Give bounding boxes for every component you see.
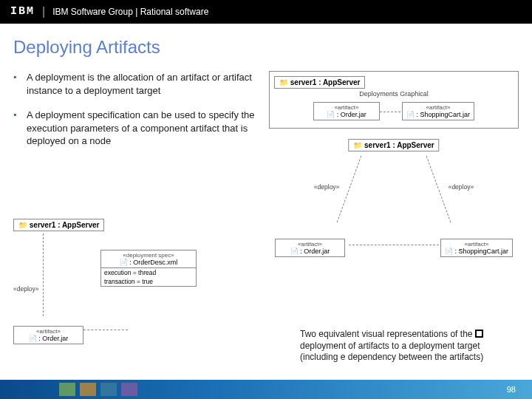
deployment-spec: «deployment spec» 📄 : OrderDesc.xml exec… (100, 250, 197, 287)
caption-pre: Two equivalent visual representations of… (300, 329, 475, 339)
stereotype: «artifact» (445, 241, 508, 248)
caption-text: Two equivalent visual representations of… (300, 329, 514, 364)
stereotype: «artifact» (406, 104, 470, 111)
artifact-name: 📄 : Order.jar (18, 335, 78, 342)
diagram-subtitle: Deployments Graphical (274, 90, 514, 98)
server-node: 📁 server1 : AppServer (348, 139, 439, 151)
artifact-box: «artifact» 📄 : Order.jar (275, 239, 345, 257)
deploy-label: «deploy» (449, 183, 474, 191)
artifact-pair: «artifact» 📄 : Order.jar «artifact» 📄 : … (274, 102, 514, 120)
stereotype: «artifact» (18, 328, 78, 335)
artifact-name: 📄 : ShoppingCart.jar (406, 111, 470, 118)
header-divider: | (42, 5, 45, 18)
footer-icon (121, 383, 137, 396)
deploy-label: «deploy» (13, 285, 39, 293)
footer-icon (59, 383, 75, 396)
footer-icons (59, 383, 137, 396)
artifact-name: 📄 : Order.jar (279, 248, 341, 255)
deploy-label: «deploy» (314, 183, 340, 191)
server-node: 📁 server1 : AppServer (274, 76, 365, 89)
artifact-name: 📄 : ShoppingCart.jar (445, 248, 508, 255)
dependency-line (426, 156, 451, 223)
bullet-item: A deployment is the allocation of an art… (13, 71, 257, 97)
dependency-line (349, 245, 439, 245)
uml-diagram-middle: 📁 server1 : AppServer «deploy» «deploy» … (269, 139, 519, 257)
stereotype: «artifact» (279, 241, 341, 248)
right-column: 📁 server1 : AppServer Deployments Graphi… (269, 71, 519, 257)
caption-post: deployment of artifacts to a deployment … (300, 341, 483, 363)
square-icon (475, 330, 483, 338)
artifact-box: «artifact» 📄 : ShoppingCart.jar (440, 239, 513, 257)
dependency-line (43, 233, 44, 316)
artifact-box: «artifact» 📄 : Order.jar (313, 102, 380, 120)
spec-header: «deployment spec» 📄 : OrderDesc.xml (101, 250, 196, 268)
stereotype: «deployment spec» (104, 252, 193, 259)
header-bar: IBM | IBM Software Group | Rational soft… (0, 0, 532, 24)
slide-title: Deploying Artifacts (13, 37, 532, 58)
page-number: 98 (507, 385, 516, 394)
spec-name: 📄 : OrderDesc.xml (104, 259, 193, 266)
footer-icon (80, 383, 96, 396)
artifact-box: «artifact» 📄 : Order.jar (13, 326, 83, 344)
bullet-list: A deployment is the allocation of an art… (13, 71, 257, 148)
spec-row: execution = thread (101, 268, 196, 277)
spec-row: transaction = true (101, 277, 196, 286)
artifact-box: «artifact» 📄 : ShoppingCart.jar (402, 102, 474, 120)
server-node: 📁 server1 : AppServer (13, 219, 104, 231)
dependency-line (83, 330, 128, 330)
uml-diagram-top: 📁 server1 : AppServer Deployments Graphi… (269, 71, 519, 129)
footer-bar: 98 (0, 380, 532, 399)
stereotype: «artifact» (318, 104, 375, 111)
artifact-name: 📄 : Order.jar (318, 111, 375, 118)
uml-diagram-bottom-left: 📁 server1 : AppServer «deploy» «deployme… (13, 219, 257, 344)
bullet-item: A deployment specification can be used t… (13, 109, 257, 148)
footer-icon (100, 383, 117, 396)
header-text: IBM Software Group | Rational software (52, 7, 208, 17)
server-label: server1 : AppServer (290, 78, 361, 86)
ibm-logo: IBM (10, 10, 35, 14)
dependency-line (337, 156, 362, 223)
